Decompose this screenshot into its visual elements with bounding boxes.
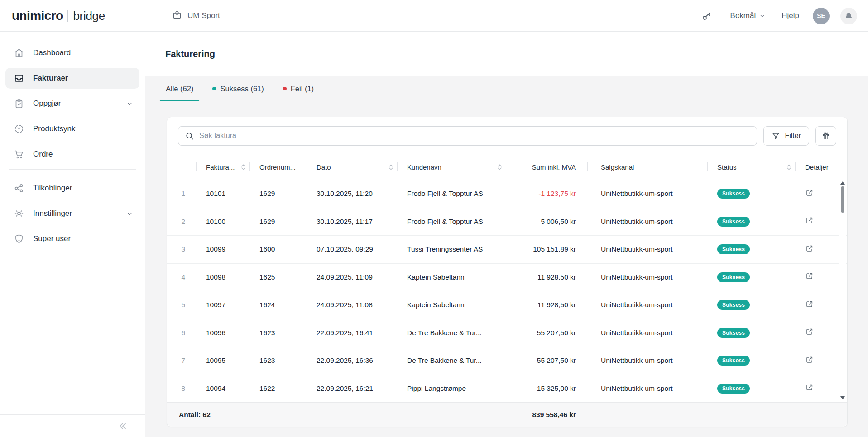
invoice-number: 10094 — [196, 385, 249, 393]
sidebar-item-label: Fakturaer — [33, 74, 133, 83]
external-link-icon — [805, 356, 814, 364]
column-header-customer[interactable]: Kundenavn — [397, 154, 506, 180]
api-key-icon[interactable] — [701, 10, 712, 22]
language-label: Bokmål — [730, 11, 756, 20]
column-label: Detaljer — [805, 163, 829, 171]
column-label: Salgskanal — [601, 163, 634, 171]
table-body: 110101162930.10.2025, 11:20Frodo Fjell &… — [167, 180, 847, 403]
connections-icon — [14, 183, 24, 194]
order-number: 1625 — [249, 273, 307, 281]
page-header: Fakturering — [145, 32, 868, 76]
double-chevron-left-icon — [117, 421, 128, 432]
external-link-icon — [805, 272, 814, 280]
sidebar-item-super-user[interactable]: Super user — [5, 228, 139, 249]
home-icon — [14, 48, 24, 58]
company-selector[interactable]: UM Sport — [172, 0, 220, 32]
app-logo: unimicro bridge — [12, 0, 105, 32]
open-details-button[interactable] — [805, 244, 814, 253]
tab-feil-1-[interactable]: Feil (1) — [277, 76, 320, 101]
search-input[interactable] — [199, 132, 750, 140]
table-scrollbar[interactable] — [839, 180, 846, 402]
sidebar-collapse-button[interactable] — [0, 414, 145, 437]
invoice-icon — [14, 73, 24, 84]
status-cell: Suksess — [707, 244, 795, 254]
sales-channel: UniNettbutikk-um-sport — [587, 329, 707, 337]
search-box[interactable] — [178, 126, 757, 146]
sum-incl-vat: 11 928,50 kr — [506, 273, 587, 281]
status-badge: Suksess — [717, 217, 750, 227]
column-settings-button[interactable] — [815, 126, 836, 146]
invoice-table-card: Filter Faktura...Ordrenum...DatoKundenav… — [167, 117, 848, 427]
scroll-up-arrow[interactable] — [840, 181, 845, 185]
shield-icon — [14, 233, 24, 244]
page-title: Fakturering — [165, 49, 215, 59]
scrollbar-thumb[interactable] — [841, 186, 844, 213]
order-number: 1623 — [249, 356, 307, 365]
status-badge: Suksess — [717, 356, 750, 366]
column-label: Kundenavn — [407, 163, 441, 171]
sidebar-item-oppgj-r[interactable]: Oppgjør — [5, 93, 139, 114]
sales-channel: UniNettbutikk-um-sport — [587, 385, 707, 393]
sort-arrows-icon[interactable] — [787, 164, 791, 170]
open-details-button[interactable] — [805, 300, 814, 309]
open-details-button[interactable] — [805, 216, 814, 225]
language-selector[interactable]: Bokmål — [730, 11, 766, 20]
sales-channel: UniNettbutikk-um-sport — [587, 356, 707, 365]
external-link-icon — [805, 244, 814, 253]
column-header-status[interactable]: Status — [707, 154, 795, 180]
tab-label: Alle (62) — [166, 85, 193, 93]
main-content: Fakturering Alle (62)Suksess (61)Feil (1… — [145, 32, 868, 437]
order-number: 1624 — [249, 301, 307, 309]
column-header-date[interactable]: Dato — [307, 154, 397, 180]
sum-incl-vat: -1 123,75 kr — [506, 190, 587, 198]
external-link-icon — [805, 328, 814, 336]
chevron-down-icon — [126, 100, 133, 107]
invoice-date: 24.09.2025, 11:08 — [307, 301, 397, 309]
status-badge: Suksess — [717, 300, 750, 310]
sidebar-item-innstillinger[interactable]: Innstillinger — [5, 203, 139, 224]
open-details-button[interactable] — [805, 328, 814, 336]
column-header-idx — [167, 154, 196, 180]
status-cell: Suksess — [707, 328, 795, 338]
sidebar-item-label: Tilkoblinger — [33, 184, 133, 193]
tab-suksess-61-[interactable]: Suksess (61) — [206, 76, 269, 101]
sidebar-item-label: Oppgjør — [33, 99, 118, 108]
invoice-date: 22.09.2025, 16:41 — [307, 329, 397, 337]
logo-divider — [67, 10, 68, 22]
column-header-invoice[interactable]: Faktura... — [196, 154, 249, 180]
sort-arrows-icon[interactable] — [498, 164, 502, 170]
customer-name: Pippi Langstrømpe — [397, 385, 506, 393]
external-link-icon — [805, 383, 814, 392]
open-details-button[interactable] — [805, 356, 814, 364]
chevron-down-icon — [126, 210, 133, 217]
customer-name: Kaptein Sabeltann — [397, 273, 506, 281]
sum-incl-vat: 5 006,50 kr — [506, 218, 587, 226]
sidebar-item-dashboard[interactable]: Dashboard — [5, 43, 139, 63]
column-label: Dato — [317, 163, 331, 171]
invoice-number: 10101 — [196, 190, 249, 198]
sidebar-item-produktsynk[interactable]: Produktsynk — [5, 119, 139, 139]
scroll-down-arrow[interactable] — [840, 396, 845, 399]
sidebar-item-tilkoblinger[interactable]: Tilkoblinger — [5, 178, 139, 199]
gear-icon — [14, 208, 24, 219]
customer-name: Frodo Fjell & Topptur AS — [397, 218, 506, 226]
sidebar-item-ordre[interactable]: Ordre — [5, 144, 139, 165]
column-header-order: Ordrenum... — [249, 154, 307, 180]
open-details-button[interactable] — [805, 383, 814, 392]
tab-alle-62-[interactable]: Alle (62) — [160, 76, 199, 101]
sort-arrows-icon[interactable] — [389, 164, 393, 170]
sort-arrows-icon[interactable] — [241, 164, 245, 170]
sidebar-item-fakturaer[interactable]: Fakturaer — [5, 68, 139, 89]
invoice-number: 10097 — [196, 301, 249, 309]
status-dot — [283, 87, 287, 90]
user-avatar[interactable]: SE — [813, 8, 830, 24]
notifications-button[interactable] — [840, 8, 857, 24]
filter-button[interactable]: Filter — [763, 126, 809, 146]
column-label: Status — [717, 163, 737, 171]
invoice-number: 10098 — [196, 273, 249, 281]
open-details-button[interactable] — [805, 272, 814, 280]
help-link[interactable]: Hjelp — [782, 11, 799, 20]
sales-channel: UniNettbutikk-um-sport — [587, 190, 707, 198]
customer-name: De Tre Bakkene & Tur... — [397, 356, 506, 365]
open-details-button[interactable] — [805, 189, 814, 197]
